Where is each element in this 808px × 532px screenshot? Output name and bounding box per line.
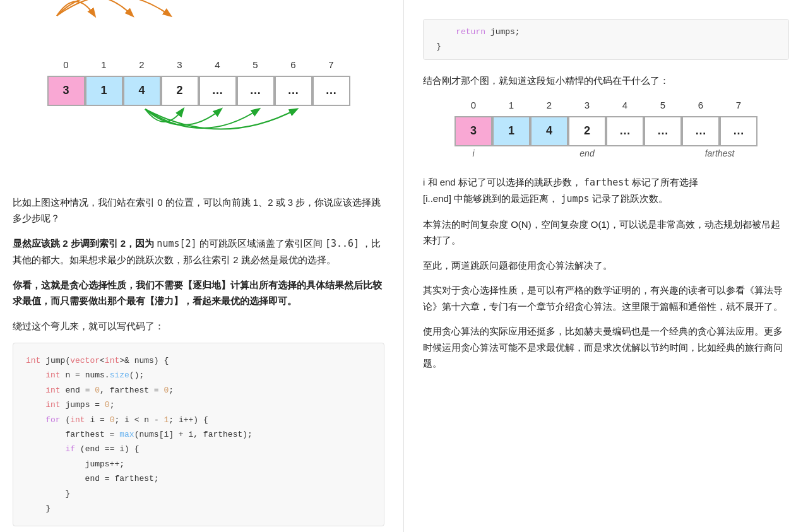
array-box-7: … (312, 76, 350, 106)
r-box-1: 1 (492, 116, 530, 146)
para2-line2-rest: 记录了跳跃次数。 (592, 193, 668, 204)
r-box-3: 2 (568, 116, 606, 146)
page-container: 0 1 2 3 4 5 6 7 3 1 4 2 … … … … (0, 0, 808, 532)
left-para4: 绕过这个弯儿来，就可以写代码了： (13, 318, 384, 334)
right-diagram-inner: 0 1 2 3 4 5 6 7 3 1 4 2 … … … (454, 97, 758, 161)
index-2: 2 (123, 57, 161, 73)
label-spacer4 (644, 146, 682, 162)
left-array-indices: 0 1 2 3 4 5 6 7 (47, 57, 350, 73)
label-i: i (454, 146, 492, 162)
label-spacer3 (606, 146, 644, 162)
index-5: 5 (237, 57, 275, 73)
r-index-3: 3 (568, 97, 606, 114)
label-spacer2 (530, 146, 568, 162)
index-4: 4 (199, 57, 237, 73)
para2-rest: 标记了所有选择 (632, 177, 698, 187)
r-index-2: 2 (530, 97, 568, 114)
index-0: 0 (47, 57, 85, 73)
left-para1: 比如上图这种情况，我们站在索引 0 的位置，可以向前跳 1、2 或 3 步，你说… (13, 194, 384, 227)
array-box-5: … (237, 76, 275, 106)
label-farthest: farthest (682, 146, 758, 162)
right-para2: i 和 end 标记了可以选择的跳跃步数， farthest 标记了所有选择 [… (423, 174, 789, 208)
left-array-boxes: 3 1 4 2 … … … … (47, 76, 350, 106)
para2-prefix: i 和 end 标记了可以选择的跳跃步数， (423, 177, 581, 187)
r-index-4: 4 (606, 97, 644, 114)
right-para4: 至此，两道跳跃问题都使用贪心算法解决了。 (423, 257, 789, 274)
left-para2: 显然应该跳 2 步调到索引 2，因为 nums[2] 的可跳跃区域涵盖了索引区间… (13, 235, 384, 268)
array-box-4: … (199, 76, 237, 106)
right-code-block: return jumps; } (423, 19, 789, 60)
right-panel: return jumps; } 结合刚才那个图，就知道这段短小精悍的代码在干什么… (404, 0, 808, 532)
left-code-block: int jump(vector<int>& nums) { int n = nu… (13, 343, 384, 526)
r-index-1: 1 (492, 97, 530, 114)
r-box-7: … (720, 116, 758, 146)
r-box-0: 3 (454, 116, 492, 146)
r-index-6: 6 (682, 97, 720, 114)
orange-arrows-svg (25, 0, 316, 25)
right-array-boxes: 3 1 4 2 … … … … (454, 116, 758, 146)
right-para6: 使用贪心算法的实际应用还挺多，比如赫夫曼编码也是一个经典的贪心算法应用。更多时候… (423, 323, 789, 372)
index-1: 1 (85, 57, 123, 73)
index-7: 7 (312, 57, 350, 73)
para2-farthest: farthest (584, 177, 629, 188)
r-index-5: 5 (644, 97, 682, 114)
r-index-7: 7 (720, 97, 758, 114)
left-para3: 你看，这就是贪心选择性质，我们不需要【逐归地】计算出所有选择的具体结果然后比较求… (13, 277, 384, 309)
array-box-6: … (275, 76, 312, 106)
left-diagram-wrapper: 0 1 2 3 4 5 6 7 3 1 4 2 … … … … (13, 13, 384, 194)
label-end: end (568, 146, 606, 162)
array-box-1: 1 (85, 76, 123, 106)
right-array-labels: i end farthest (454, 146, 758, 162)
para2-jumps: jumps (561, 193, 589, 204)
label-spacer1 (492, 146, 530, 162)
array-box-3: 2 (161, 76, 199, 106)
r-index-0: 0 (454, 97, 492, 114)
right-para3: 本算法的时间复杂度 O(N)，空间复杂度 O(1)，可以说是非常高效，动态规划都… (423, 216, 789, 249)
para2-line2-prefix: [i..end] 中能够跳到的最远距离， (423, 193, 558, 204)
right-para1: 结合刚才那个图，就知道这段短小精悍的代码在干什么了： (423, 73, 789, 89)
right-diagram: 0 1 2 3 4 5 6 7 3 1 4 2 … … … (454, 97, 758, 161)
left-panel: 0 1 2 3 4 5 6 7 3 1 4 2 … … … … (0, 0, 404, 532)
para2-rest: 的可跳跃区域涵盖了索引区间 (199, 238, 323, 249)
r-box-5: … (644, 116, 682, 146)
array-box-2: 4 (123, 76, 161, 106)
r-box-2: 4 (530, 116, 568, 146)
para2-bold-start: 显然应该跳 2 步调到索引 2，因为 (13, 238, 154, 249)
r-box-4: … (606, 116, 644, 146)
array-box-0: 3 (47, 76, 85, 106)
green-arrows-svg (47, 106, 350, 150)
para2-code2: [3..6] (325, 238, 359, 249)
para2-code1: nums[2] (157, 238, 196, 249)
index-6: 6 (275, 57, 312, 73)
right-array-indices: 0 1 2 3 4 5 6 7 (454, 97, 758, 114)
index-3: 3 (161, 57, 199, 73)
right-para5: 其实对于贪心选择性质，是可以有严格的数学证明的，有兴趣的读者可以参看《算法导论》… (423, 282, 789, 314)
r-box-6: … (682, 116, 720, 146)
